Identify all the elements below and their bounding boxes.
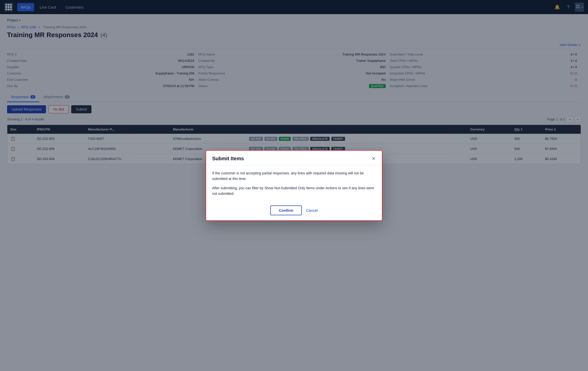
submit-items-modal: Submit Items ✕ If the customer is not ac… bbox=[206, 150, 382, 168]
modal-close-button[interactable]: ✕ bbox=[372, 156, 376, 161]
modal-header: Submit Items ✕ bbox=[206, 151, 382, 165]
modal-overlay: Submit Items ✕ If the customer is not ac… bbox=[0, 0, 588, 168]
modal-body: If the customer is not accepting partial… bbox=[206, 165, 382, 168]
modal-title: Submit Items bbox=[212, 156, 244, 162]
